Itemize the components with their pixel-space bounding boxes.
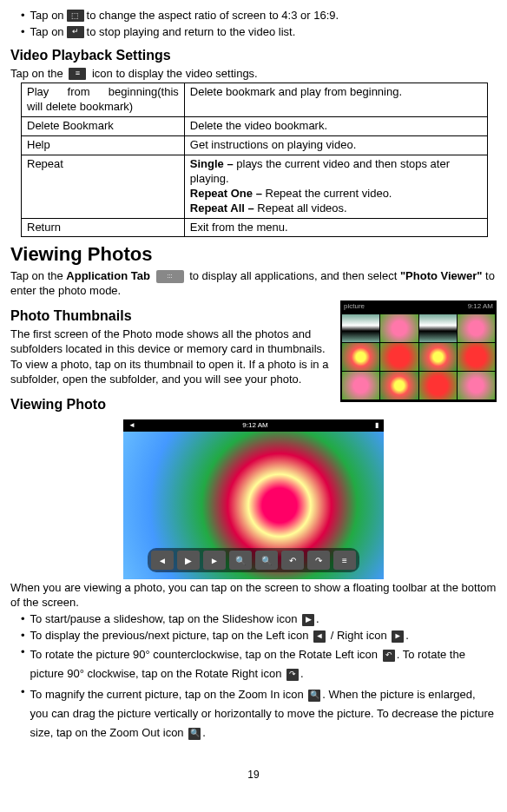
bullet-marker: • <box>21 25 25 40</box>
bullet-text-pre: Tap on <box>30 25 64 40</box>
bullet-text-pre: Tap on <box>30 9 64 23</box>
table-row: Repeat Single – plays the current video … <box>22 155 488 219</box>
bullet-aspect-ratio: • Tap on ⬚ to change the aspect ratio of… <box>10 9 497 23</box>
rotate-right-icon: ↷ <box>286 669 299 681</box>
table-row: Play from beginning(thiswill delete book… <box>22 83 488 117</box>
photo-toolbar: ◄ ▶ ► 🔍 🔍 ↶ ↷ ≡ <box>148 548 359 572</box>
menu-icon: ≡ <box>69 68 86 80</box>
bullet-slideshow: • To start/pause a slideshow, tap on the… <box>10 612 497 627</box>
thumbnail-screenshot: picture 9:12 AM <box>340 300 497 402</box>
cell-desc: Delete bookmark and play from beginning. <box>184 83 487 117</box>
zoom-in-icon: 🔍 <box>308 690 320 702</box>
video-settings-table: Play from beginning(thiswill delete book… <box>21 83 488 237</box>
bullet-return: • Tap on ↵ to stop playing and return to… <box>10 25 497 40</box>
prev-icon: ◄ <box>151 551 174 570</box>
cell-desc: Get instructions on playing video. <box>184 136 487 155</box>
page-number: 19 <box>10 769 497 782</box>
application-tab-icon: ::: <box>156 270 184 283</box>
bullet-marker: • <box>21 9 25 23</box>
rotate-right-icon: ↷ <box>307 551 330 570</box>
left-icon: ◄ <box>313 630 326 643</box>
cell-label: Repeat <box>22 155 185 219</box>
viewing-photo-after: When you are viewing a photo, you can ta… <box>10 581 497 611</box>
thumb-header-time: 9:12 AM <box>468 302 493 311</box>
battery-icon: ▮ <box>375 421 379 430</box>
zoom-in-icon: 🔍 <box>229 551 252 570</box>
slideshow-icon: ▶ <box>302 614 314 626</box>
aspect-ratio-icon: ⬚ <box>67 10 84 22</box>
bullet-rotate: • To rotate the picture 90° counterclock… <box>10 645 497 683</box>
zoom-out-icon: 🔍 <box>188 728 201 740</box>
bullet-prev-next: • To display the previous/next picture, … <box>10 629 497 644</box>
rotate-left-icon: ↶ <box>383 650 395 662</box>
thumb-header-title: picture <box>344 302 365 311</box>
photo-viewer-screenshot: ◄ 9:12 AM ▮ ◄ ▶ ► 🔍 🔍 ↶ ↷ ≡ <box>123 419 384 579</box>
video-settings-heading: Video Playback Settings <box>10 47 497 65</box>
photo-time: 9:12 AM <box>242 421 267 430</box>
rotate-left-icon: ↶ <box>281 551 304 570</box>
bullet-text-post: to stop playing and return to the video … <box>87 25 296 40</box>
table-row: Help Get instructions on playing video. <box>22 136 488 155</box>
right-icon: ► <box>392 630 404 643</box>
cell-desc: Delete the video bookmark. <box>184 117 487 136</box>
zoom-out-icon: 🔍 <box>255 551 278 570</box>
table-row: Delete Bookmark Delete the video bookmar… <box>22 117 488 136</box>
cell-desc: Exit from the menu. <box>184 218 487 237</box>
menu-toolbar-icon: ≡ <box>333 551 356 570</box>
table-row: Return Exit from the menu. <box>22 218 488 237</box>
video-settings-intro: Tap on the ≡ icon to display the video s… <box>10 67 497 82</box>
back-icon: ◄ <box>128 421 135 430</box>
cell-label: Play from beginning(this <box>27 85 179 100</box>
cell-label: Return <box>22 218 185 237</box>
slideshow-icon: ▶ <box>177 551 200 570</box>
return-icon: ↵ <box>67 26 84 38</box>
cell-label: Delete Bookmark <box>22 117 185 136</box>
next-icon: ► <box>203 551 226 570</box>
viewing-photos-intro: Tap on the Application Tab ::: to displa… <box>10 269 497 299</box>
cell-desc: Single – plays the current video and the… <box>184 155 487 219</box>
cell-label: Help <box>22 136 185 155</box>
viewing-photos-heading: Viewing Photos <box>10 242 497 267</box>
bullet-text-post: to change the aspect ratio of screen to … <box>87 9 339 23</box>
bullet-zoom: • To magnify the current picture, tap on… <box>10 685 497 743</box>
